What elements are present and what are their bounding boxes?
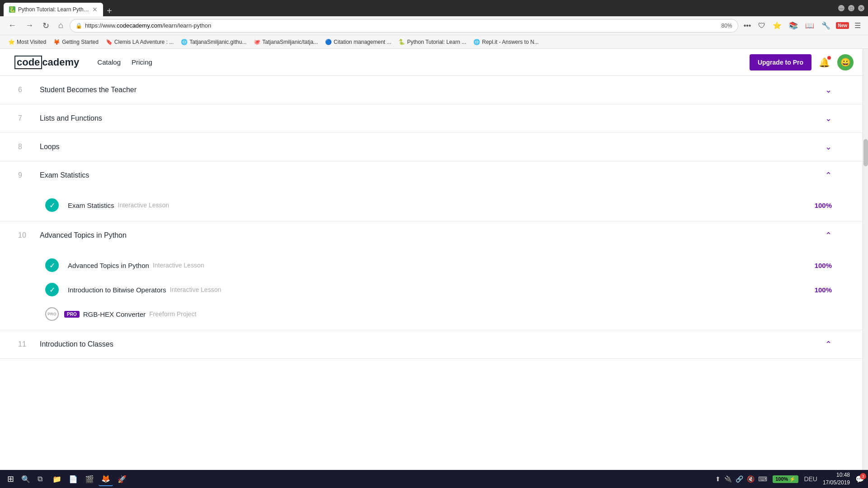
systray-icon-2[interactable]: 🔌 (724, 475, 732, 483)
clock-time: 10:48 (823, 471, 850, 479)
new-tab-button[interactable]: + (103, 6, 116, 16)
lesson-item-bitwise[interactable]: ✓ Introduction to Bitwise Operators Inte… (0, 277, 868, 302)
scrollbar-thumb[interactable] (863, 139, 868, 166)
battery-indicator: 100% ⚡ (773, 475, 798, 483)
section-header-7[interactable]: 7 Lists and Functions ⌄ (0, 104, 868, 132)
volume-icon[interactable]: 🔇 (747, 475, 755, 483)
section-title-7: Lists and Functions (40, 114, 825, 122)
library-icon[interactable]: 📚 (787, 19, 800, 32)
active-tab[interactable]: 🐍 Python Tutorial: Learn Python F... ✕ (4, 3, 103, 16)
taskbar-app-firefox[interactable]: 🦊 (99, 472, 113, 486)
lesson-name: Exam Statistics (68, 202, 114, 209)
user-avatar[interactable]: 😀 (837, 54, 854, 70)
battery-level: 100% (775, 476, 788, 482)
new-badge: New (836, 22, 849, 29)
course-section-8: 8 Loops ⌄ (0, 133, 868, 161)
lesson-item-atp[interactable]: ✓ Advanced Topics in Python Interactive … (0, 253, 868, 277)
task-view-button[interactable]: ⧉ (34, 473, 46, 485)
lesson-progress: 100% (815, 286, 832, 294)
header-right: Upgrade to Pro 🔔 😀 (750, 54, 854, 70)
section-header-8[interactable]: 8 Loops ⌄ (0, 133, 868, 161)
notification-button[interactable]: 💬 3 (855, 475, 864, 483)
page-content: codecademy Catalog Pricing Upgrade to Pr… (0, 49, 868, 470)
course-section-7: 7 Lists and Functions ⌄ (0, 104, 868, 133)
scrollbar-track[interactable] (863, 49, 868, 470)
section-header-6[interactable]: 6 Student Becomes the Teacher ⌄ (0, 76, 868, 104)
refresh-button[interactable]: ↻ (40, 19, 52, 33)
nav-pricing[interactable]: Pricing (132, 58, 152, 66)
pro-badge: PRO (64, 311, 80, 318)
tab-title: Python Tutorial: Learn Python F... (18, 6, 90, 13)
bookmark-python[interactable]: 🐍 Python Tutorial: Learn ... (396, 38, 469, 46)
lesson-item[interactable]: ✓ Exam Statistics Interactive Lesson 100… (0, 193, 868, 217)
lesson-type: Interactive Lesson (118, 202, 170, 209)
bookmark-tatjana-gh[interactable]: 🐙 TatjanaSmiljanic/tatja... (251, 38, 321, 46)
minimize-button[interactable]: — (838, 5, 844, 11)
logo-code: code (14, 56, 42, 69)
lesson-list-9: ✓ Exam Statistics Interactive Lesson 100… (0, 189, 868, 221)
section-chevron-6: ⌄ (825, 85, 832, 95)
pocket-icon[interactable]: 🛡 (756, 20, 767, 32)
nav-catalog[interactable]: Catalog (97, 58, 121, 66)
site-logo[interactable]: codecademy (14, 56, 79, 69)
systray-icon-1[interactable]: ⬆ (715, 475, 721, 483)
browser-tabs: 🐍 Python Tutorial: Learn Python F... ✕ + (4, 0, 831, 16)
github-icon: 🐙 (254, 39, 260, 45)
nav-extras: ••• 🛡 ⭐ 📚 📖 🔧 New ☰ (742, 19, 863, 32)
taskbar-app-explorer[interactable]: 📁 (50, 472, 64, 486)
lesson-type: Interactive Lesson (170, 286, 222, 293)
language-indicator[interactable]: DEU (804, 475, 817, 483)
bookmark-clemis-la[interactable]: 🔖 Clemis LA Adventure : ... (103, 38, 176, 46)
zoom-level[interactable]: 80% (722, 23, 732, 29)
start-button[interactable]: ⊞ (4, 472, 18, 486)
section-title-8: Loops (40, 143, 825, 151)
keyboard-icon[interactable]: ⌨ (758, 475, 767, 483)
home-button[interactable]: ⌂ (56, 19, 66, 32)
maximize-button[interactable]: □ (848, 5, 854, 11)
section-title-10: Advanced Topics in Python (40, 231, 825, 239)
upgrade-button[interactable]: Upgrade to Pro (750, 54, 811, 70)
window-controls: — □ ✕ (838, 5, 864, 11)
bookmark-icon[interactable]: ⭐ (771, 19, 783, 32)
system-tray: ⬆ 🔌 🔗 🔇 ⌨ (715, 475, 767, 483)
lesson-status-completed: ✓ (45, 198, 59, 212)
taskbar-app-other[interactable]: 🚀 (115, 472, 129, 486)
lesson-status-pro: PRO (45, 307, 59, 321)
clock-date: 17/05/2019 (823, 479, 850, 487)
lesson-type: Freeform Project (149, 310, 196, 318)
python-icon: 🐍 (398, 39, 405, 45)
section-chevron-7: ⌄ (825, 113, 832, 123)
taskbar-app-quicktime[interactable]: 🎬 (82, 472, 97, 486)
course-area[interactable]: 6 Student Becomes the Teacher ⌄ 7 Lists … (0, 76, 868, 470)
bookmark-tatjana-github[interactable]: 🌐 TatjanaSmiljanic.githu... (178, 38, 249, 46)
notifications-button[interactable]: 🔔 (819, 57, 830, 68)
address-bar[interactable]: 🔒 https://www.codecademy.com/learn/learn… (70, 19, 738, 33)
systray-icon-3[interactable]: 🔗 (736, 475, 743, 483)
back-button[interactable]: ← (5, 19, 19, 32)
more-button[interactable]: ••• (742, 20, 753, 32)
taskbar-clock[interactable]: 10:48 17/05/2019 (823, 471, 850, 487)
section-number-11: 11 (18, 340, 31, 348)
address-url: https://www.codecademy.com/learn/learn-p… (85, 22, 719, 29)
bookmark-most-visited[interactable]: ⭐ Most Visited (5, 38, 49, 46)
taskbar-app-acrobat[interactable]: 📄 (66, 472, 80, 486)
close-button[interactable]: ✕ (858, 5, 864, 11)
url-scheme: https://www. (85, 22, 117, 29)
tab-close-button[interactable]: ✕ (92, 6, 98, 13)
section-header-11[interactable]: 11 Introduction to Classes ⌃ (0, 330, 868, 358)
section-header-9[interactable]: 9 Exam Statistics ⌃ (0, 161, 868, 189)
lesson-item-rgb[interactable]: PRO PRO RGB-HEX Converter Freeform Proje… (0, 302, 868, 326)
bookmark-getting-started[interactable]: 🦊 Getting Started (51, 38, 101, 46)
bookmark-replit[interactable]: 🌐 Repl.it - Answers to N... (471, 38, 541, 46)
menu-button[interactable]: ☰ (853, 19, 863, 32)
reader-icon[interactable]: 📖 (803, 19, 816, 32)
bookmark-citation[interactable]: 🔵 Citation management ... (322, 38, 394, 46)
lesson-list-10: ✓ Advanced Topics in Python Interactive … (0, 249, 868, 330)
lesson-type: Interactive Lesson (153, 262, 204, 269)
lesson-name: Advanced Topics in Python (68, 262, 149, 269)
search-button[interactable]: 🔍 (18, 473, 34, 485)
section-header-10[interactable]: 10 Advanced Topics in Python ⌃ (0, 221, 868, 249)
customize-icon[interactable]: 🔧 (820, 19, 832, 32)
forward-button[interactable]: → (23, 19, 36, 32)
section-title-6: Student Becomes the Teacher (40, 86, 825, 94)
